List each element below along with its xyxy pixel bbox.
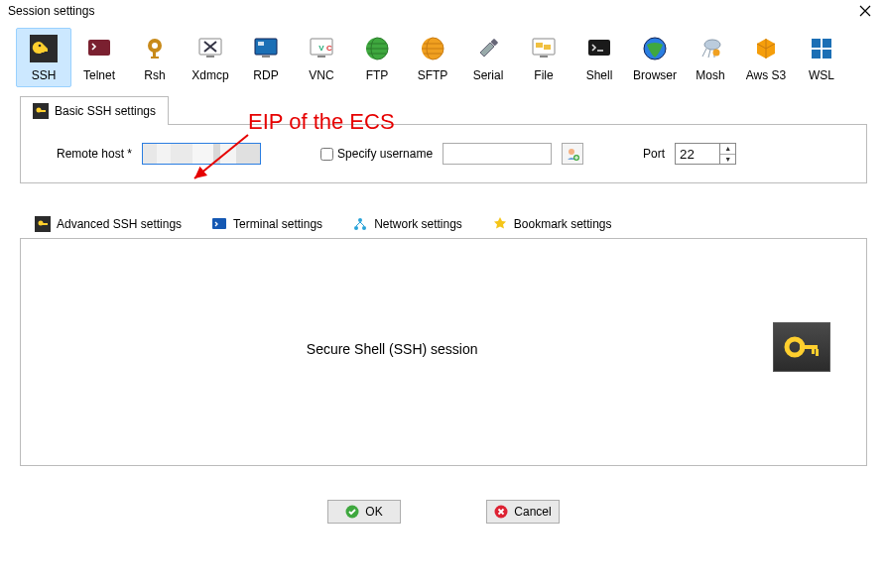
protocol-shell[interactable]: Shell bbox=[571, 28, 627, 87]
tab-terminal[interactable]: Terminal settings bbox=[196, 209, 337, 238]
protocol-mosh[interactable]: Mosh bbox=[683, 28, 738, 87]
protocol-label: Mosh bbox=[696, 68, 724, 82]
protocol-label: File bbox=[534, 68, 553, 82]
svg-rect-32 bbox=[823, 39, 831, 48]
telnet-icon bbox=[85, 35, 113, 62]
rdp-icon bbox=[252, 35, 280, 62]
protocol-list: SSH Telnet Rsh Xdmcp RDP VC VNC F bbox=[0, 22, 887, 95]
sftp-icon bbox=[419, 35, 446, 62]
svg-point-46 bbox=[354, 226, 358, 230]
svg-rect-51 bbox=[816, 349, 819, 356]
xdmcp-icon bbox=[196, 35, 224, 62]
protocol-label: SSH bbox=[32, 68, 57, 82]
specify-username-checkbox-input[interactable] bbox=[320, 148, 333, 161]
svg-point-26 bbox=[704, 40, 720, 50]
ok-label: OK bbox=[365, 505, 382, 519]
dialog-buttons: OK Cancel bbox=[0, 500, 887, 524]
protocol-serial[interactable]: Serial bbox=[460, 28, 516, 87]
svg-rect-14 bbox=[317, 56, 325, 58]
port-input[interactable] bbox=[675, 143, 720, 165]
svg-point-1 bbox=[39, 45, 42, 48]
svg-rect-21 bbox=[540, 56, 548, 58]
svg-rect-8 bbox=[255, 39, 277, 55]
terminal-icon bbox=[211, 216, 227, 232]
tab-bookmark[interactable]: Bookmark settings bbox=[477, 209, 627, 238]
protocol-label: Telnet bbox=[83, 68, 115, 82]
advanced-panel-body: Secure Shell (SSH) session bbox=[20, 238, 867, 466]
protocol-file[interactable]: File bbox=[516, 28, 571, 87]
username-input[interactable] bbox=[443, 143, 552, 165]
protocol-rdp[interactable]: RDP bbox=[238, 28, 294, 87]
protocol-label: Browser bbox=[633, 68, 677, 82]
protocol-ftp[interactable]: FTP bbox=[349, 28, 405, 87]
rsh-icon bbox=[141, 35, 169, 62]
protocol-sftp[interactable]: SFTP bbox=[405, 28, 460, 87]
session-key-tile[interactable] bbox=[773, 322, 830, 372]
svg-point-45 bbox=[358, 218, 362, 222]
svg-rect-31 bbox=[812, 39, 821, 48]
protocol-browser[interactable]: Browser bbox=[627, 28, 683, 87]
spinner-down-icon[interactable]: ▼ bbox=[720, 155, 735, 165]
protocol-telnet[interactable]: Telnet bbox=[71, 28, 127, 87]
specify-username-checkbox[interactable]: Specify username bbox=[320, 147, 433, 161]
key-icon bbox=[782, 330, 822, 364]
svg-line-27 bbox=[702, 49, 706, 57]
protocol-wsl[interactable]: WSL bbox=[794, 28, 849, 87]
vnc-icon: VC bbox=[308, 35, 335, 62]
svg-rect-2 bbox=[88, 40, 110, 56]
ok-icon bbox=[345, 505, 359, 519]
svg-rect-50 bbox=[812, 349, 815, 354]
svg-rect-20 bbox=[544, 45, 551, 50]
svg-rect-43 bbox=[42, 223, 48, 225]
protocol-vnc[interactable]: VC VNC bbox=[294, 28, 349, 87]
port-spinner[interactable]: ▲ ▼ bbox=[720, 143, 736, 165]
protocol-label: SFTP bbox=[418, 68, 448, 82]
protocol-ssh[interactable]: SSH bbox=[16, 28, 71, 87]
tab-advanced-ssh[interactable]: Advanced SSH settings bbox=[20, 209, 196, 238]
wsl-icon bbox=[808, 35, 835, 62]
spinner-up-icon[interactable]: ▲ bbox=[720, 144, 735, 155]
user-picker-button[interactable] bbox=[562, 143, 583, 165]
cancel-button[interactable]: Cancel bbox=[486, 500, 560, 524]
file-icon bbox=[530, 35, 558, 62]
svg-point-39 bbox=[569, 149, 574, 155]
close-icon[interactable] bbox=[851, 5, 879, 17]
svg-text:V: V bbox=[318, 44, 324, 53]
protocol-awss3[interactable]: Aws S3 bbox=[738, 28, 794, 87]
protocol-label: Rsh bbox=[144, 68, 165, 82]
protocol-label: WSL bbox=[809, 68, 834, 82]
tab-basic-ssh[interactable]: Basic SSH settings bbox=[20, 96, 169, 125]
cancel-label: Cancel bbox=[514, 505, 551, 519]
svg-rect-38 bbox=[40, 110, 46, 112]
star-icon bbox=[492, 216, 508, 232]
aws-s3-icon bbox=[752, 35, 780, 62]
svg-rect-49 bbox=[800, 345, 818, 349]
port-label: Port bbox=[643, 147, 665, 161]
titlebar: Session settings bbox=[0, 0, 887, 22]
cancel-icon bbox=[494, 505, 508, 519]
protocol-label: RDP bbox=[253, 68, 278, 82]
session-description: Secure Shell (SSH) session bbox=[307, 341, 478, 357]
svg-rect-34 bbox=[823, 50, 831, 59]
remote-host-label: Remote host * bbox=[57, 147, 132, 161]
svg-rect-44 bbox=[212, 218, 226, 229]
remote-host-input[interactable] bbox=[142, 143, 261, 165]
svg-rect-19 bbox=[536, 43, 543, 48]
svg-point-30 bbox=[713, 50, 720, 57]
tab-network[interactable]: Network settings bbox=[337, 209, 477, 238]
serial-icon bbox=[474, 35, 502, 62]
protocol-xdmcp[interactable]: Xdmcp bbox=[183, 28, 238, 87]
protocol-label: Aws S3 bbox=[746, 68, 786, 82]
network-icon bbox=[352, 216, 368, 232]
ok-button[interactable]: OK bbox=[327, 500, 401, 524]
specify-username-label: Specify username bbox=[337, 147, 433, 161]
tab-label: Terminal settings bbox=[233, 217, 322, 231]
key-icon bbox=[35, 216, 51, 232]
tab-label: Network settings bbox=[374, 217, 462, 231]
protocol-label: Xdmcp bbox=[191, 68, 228, 82]
protocol-label: VNC bbox=[309, 68, 333, 82]
svg-rect-10 bbox=[262, 56, 270, 58]
protocol-rsh[interactable]: Rsh bbox=[127, 28, 183, 87]
svg-rect-22 bbox=[588, 40, 610, 56]
advanced-settings-section: Advanced SSH settings Terminal settings … bbox=[20, 209, 867, 466]
